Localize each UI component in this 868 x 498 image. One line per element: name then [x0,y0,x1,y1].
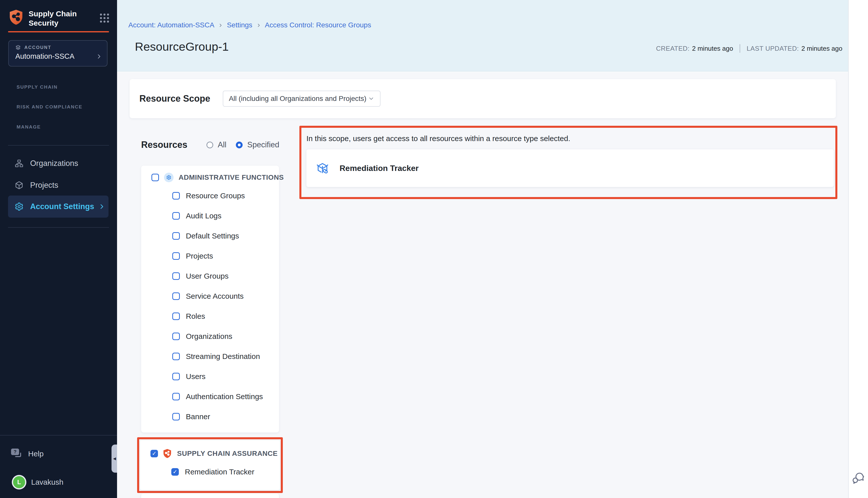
created-value: 2 minutes ago [692,45,733,52]
scope-description: In this scope, users get access to all r… [307,134,831,143]
app-title: Supply Chain Security [29,9,87,28]
breadcrumb: Account: Automation-SSCA Settings Access… [128,21,371,29]
sidebar-header: Supply Chain Security [8,9,109,28]
account-selector-top: ACCOUNT [15,45,102,50]
resource-type-checkbox[interactable] [171,468,179,476]
breadcrumb-settings-link[interactable]: Settings [227,21,252,29]
radio-specified-icon[interactable] [236,142,243,148]
chevron-down-icon [368,95,375,102]
sidebar-item-label: Account Settings [30,202,94,211]
breadcrumb-account-link[interactable]: Account: Automation-SSCA [128,21,214,29]
resource-type-checkbox[interactable] [172,272,180,280]
ssca-checkbox[interactable] [151,450,158,457]
help-button[interactable]: ? Help [11,445,96,463]
resource-types-card: ADMINISTRATIVE FUNCTIONS Resource Groups… [141,166,279,432]
right-gutter [848,0,868,498]
account-selector[interactable]: ACCOUNT Automation-SSCA [8,40,107,66]
resource-type-row[interactable]: Authentication Settings [141,386,279,407]
resource-scope-dropdown[interactable]: All (including all Organizations and Pro… [223,91,380,107]
resources-radio-group: All Specified [206,140,279,149]
main-content: Resource Scope All (including all Organi… [117,72,848,498]
resource-type-checkbox[interactable] [172,292,180,300]
resources-header: Resources All Specified [141,138,279,152]
resource-type-checkbox[interactable] [172,393,180,401]
resource-type-row[interactable]: Roles [141,306,279,326]
sidebar-section-risk-and-compliance[interactable]: RISK AND COMPLIANCE [16,104,82,110]
resource-type-checkbox[interactable] [172,212,180,220]
chevron-right-icon [99,203,105,210]
radio-option-all[interactable]: All [206,140,226,149]
resource-type-checkbox[interactable] [172,332,180,340]
resource-type-row[interactable]: Audit Logs [141,206,279,226]
resource-type-checkbox[interactable] [172,313,180,320]
resource-type-row[interactable]: Default Settings [141,226,279,246]
page-header-band: Account: Automation-SSCA Settings Access… [117,0,848,71]
chevron-right-icon [257,23,261,28]
chevron-right-icon [218,23,223,28]
resource-type-row[interactable]: Resource Groups [141,186,279,206]
layers-icon [15,45,21,50]
admin-functions-section-row: ADMINISTRATIVE FUNCTIONS [141,169,279,186]
record-meta: CREATED: 2 minutes ago LAST UPDATED: 2 m… [656,44,842,53]
radio-all-label: All [218,140,226,149]
resource-type-row[interactable]: Users [141,366,279,386]
resource-type-checkbox[interactable] [172,232,180,240]
resource-type-checkbox[interactable] [172,353,180,360]
sidebar-section-manage[interactable]: MANAGE [16,124,41,130]
resource-scope-selected-value: All (including all Organizations and Pro… [229,95,366,103]
sidebar-bottom-divider [0,435,117,435]
help-chat-icon: ? [11,448,23,460]
resource-scope-label: Resource Scope [139,93,210,104]
annotation-box-ssca: SUPPLY CHAIN ASSURANCE Remediation Track… [137,437,283,493]
sidebar-divider [8,227,109,228]
sidebar-divider [8,145,109,146]
resource-type-row[interactable]: Organizations [141,326,279,346]
resource-type-row[interactable]: User Groups [141,266,279,286]
app-grid-icon[interactable] [100,14,109,23]
radio-option-specified[interactable]: Specified [236,140,279,149]
sidebar-item-organizations[interactable]: Organizations [8,155,108,172]
org-chart-icon [15,159,24,168]
resource-type-row[interactable]: Projects [141,246,279,266]
resource-type-checkbox[interactable] [172,252,180,260]
shield-network-icon [163,448,172,459]
accent-divider [8,31,109,32]
sidebar-item-projects[interactable]: Projects [8,176,108,194]
account-label: ACCOUNT [24,45,51,50]
selected-resource-card: Remediation Tracker [307,149,834,187]
resource-type-checkbox[interactable] [172,373,180,380]
app-logo-shield-network-icon [8,9,24,26]
page-root: Supply Chain Security ACCOUNT Automation… [0,0,868,498]
breadcrumb-access-control-link[interactable]: Access Control: Resource Groups [265,21,371,29]
ssca-section-card: SUPPLY CHAIN ASSURANCE Remediation Track… [140,440,280,490]
feedback-chat-icon[interactable] [851,471,865,485]
created-label: CREATED: [656,45,690,52]
radio-specified-label: Specified [247,140,279,149]
resource-scope-card: Resource Scope All (including all Organi… [130,79,836,118]
next-section-card-partial [141,494,279,498]
chevron-right-icon [96,53,102,60]
sidebar-item-account-settings[interactable]: Account Settings [8,196,108,218]
sidebar-item-label: Projects [30,181,58,190]
resource-type-row[interactable]: Banner [141,407,279,427]
updated-value: 2 minutes ago [801,45,842,52]
resource-type-checkbox[interactable] [172,192,180,199]
account-name: Automation-SSCA [15,52,74,61]
annotation-box-scope-panel: In this scope, users get access to all r… [299,126,837,199]
admin-functions-checkbox[interactable] [152,174,159,181]
help-label: Help [28,449,44,458]
avatar: L [13,476,25,488]
sidebar-section-supply-chain[interactable]: SUPPLY CHAIN [16,84,57,90]
user-menu[interactable]: L Lavakush [13,475,99,489]
sidebar: Supply Chain Security ACCOUNT Automation… [0,0,117,498]
radio-all-icon[interactable] [206,142,213,148]
resource-type-row[interactable]: Streaming Destination [141,346,279,366]
resource-type-checkbox[interactable] [172,413,180,420]
resource-type-row[interactable]: Remediation Tracker [140,462,280,482]
resource-type-row[interactable]: Service Accounts [141,286,279,306]
sidebar-collapse-handle[interactable]: ◀ [112,445,118,473]
sidebar-item-label: Organizations [30,159,78,168]
ssca-section-title: SUPPLY CHAIN ASSURANCE [177,449,277,458]
selected-resource-label: Remediation Tracker [339,163,419,173]
page-title: ResourceGroup-1 [135,40,229,53]
